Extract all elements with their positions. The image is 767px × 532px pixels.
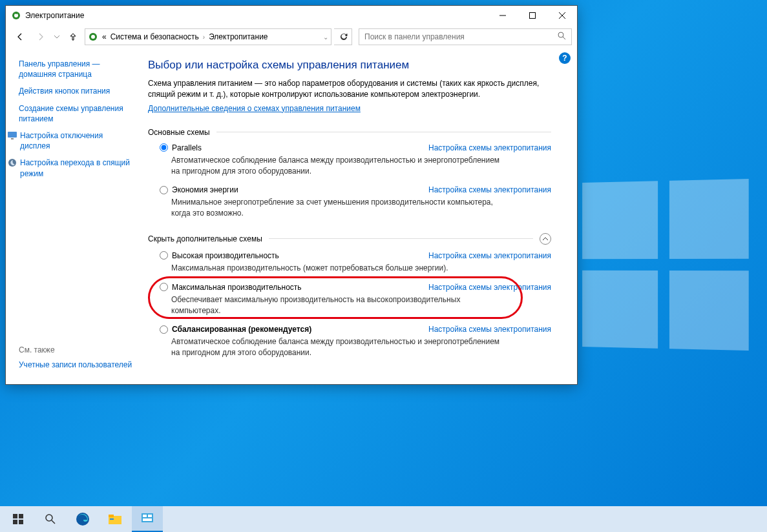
- help-button[interactable]: ?: [559, 52, 571, 64]
- radio-input[interactable]: [160, 186, 168, 194]
- svg-rect-3: [530, 13, 536, 19]
- breadcrumb-item[interactable]: Система и безопасность: [110, 32, 199, 41]
- sidebar: Панель управления — домашняя страница Де…: [6, 48, 142, 384]
- svg-rect-13: [13, 514, 17, 518]
- svg-rect-16: [19, 520, 23, 524]
- plan-name: Parallels: [172, 143, 202, 152]
- chevron-down-icon[interactable]: ⌄: [323, 34, 328, 41]
- section-heading: Основные схемы: [148, 128, 551, 137]
- search-icon[interactable]: [557, 31, 566, 43]
- svg-rect-24: [143, 515, 147, 517]
- change-plan-link[interactable]: Настройка схемы электропитания: [428, 251, 551, 260]
- section-heading: Скрыть дополнительные схемы: [148, 233, 551, 245]
- sleep-icon: [7, 158, 17, 168]
- taskbar-control-panel[interactable]: [132, 506, 163, 532]
- plan-name: Высокая производительность: [172, 251, 279, 260]
- radio-input[interactable]: [160, 283, 168, 291]
- up-button[interactable]: [64, 28, 82, 46]
- see-also-heading: См. также: [19, 345, 134, 354]
- plan-description: Автоматическое соблюдение баланса между …: [171, 336, 507, 358]
- svg-rect-14: [19, 514, 23, 518]
- svg-point-7: [91, 35, 95, 39]
- radio-input[interactable]: [160, 251, 168, 260]
- plan-radio[interactable]: Экономия энергии: [160, 185, 238, 194]
- svg-rect-22: [110, 518, 114, 520]
- plan-description: Автоматическое соблюдение баланса между …: [171, 155, 507, 177]
- power-plan: Высокая производительностьНастройка схем…: [160, 251, 551, 274]
- sidebar-link[interactable]: Учетные записи пользователей: [19, 360, 134, 370]
- power-icon: [11, 10, 21, 21]
- titlebar: Электропитание: [6, 6, 577, 25]
- power-plan: ParallelsНастройка схемы электропитанияА…: [160, 143, 551, 177]
- page-title: Выбор или настройка схемы управления пит…: [148, 59, 551, 72]
- chevron-right-icon: ›: [203, 34, 205, 41]
- control-panel-window: Электропитание « Система и безопасность …: [5, 5, 578, 385]
- main-content: Выбор или настройка схемы управления пит…: [142, 48, 577, 384]
- nav-row: « Система и безопасность › Электропитани…: [6, 25, 577, 48]
- address-bar[interactable]: « Система и безопасность › Электропитани…: [85, 28, 331, 45]
- radio-input[interactable]: [160, 143, 168, 152]
- svg-rect-11: [11, 138, 14, 139]
- plan-radio[interactable]: Максимальная производительность: [160, 283, 302, 292]
- power-icon: [88, 32, 98, 42]
- plan-name: Экономия энергии: [172, 185, 238, 194]
- window-title: Электропитание: [25, 11, 488, 20]
- plan-radio[interactable]: Сбалансированная (рекомендуется): [160, 325, 311, 334]
- search-box[interactable]: [359, 28, 572, 45]
- svg-rect-10: [8, 132, 17, 138]
- forward-button[interactable]: [32, 28, 50, 46]
- search-input[interactable]: [364, 32, 557, 41]
- change-plan-link[interactable]: Настройка схемы электропитания: [428, 325, 551, 334]
- monitor-icon: [7, 130, 17, 141]
- taskbar-edge[interactable]: [67, 506, 98, 532]
- radio-input[interactable]: [160, 325, 168, 334]
- recent-dropdown[interactable]: [52, 28, 61, 46]
- power-plan: Максимальная производительностьНастройка…: [160, 283, 551, 316]
- plan-description: Обеспечивает максимальную производительн…: [171, 294, 507, 316]
- plan-description: Минимальное энергопотребление за счет ум…: [171, 197, 507, 219]
- svg-rect-21: [109, 515, 114, 517]
- close-button[interactable]: [547, 6, 577, 25]
- breadcrumb-item[interactable]: Электропитание: [209, 32, 268, 41]
- plan-radio[interactable]: Высокая производительность: [160, 251, 279, 260]
- sidebar-link[interactable]: Действия кнопок питания: [19, 86, 134, 96]
- breadcrumb-prefix: «: [102, 32, 107, 41]
- sidebar-link[interactable]: Создание схемы управления питанием: [19, 103, 134, 124]
- taskbar-explorer[interactable]: [100, 506, 131, 532]
- minimize-button[interactable]: [488, 6, 518, 25]
- power-plan: Экономия энергииНастройка схемы электроп…: [160, 185, 551, 219]
- change-plan-link[interactable]: Настройка схемы электропитания: [428, 283, 551, 292]
- svg-rect-25: [148, 515, 152, 517]
- svg-line-9: [563, 37, 565, 39]
- plan-description: Максимальная производительность (может п…: [171, 263, 507, 274]
- taskbar: [0, 506, 767, 532]
- back-button[interactable]: [11, 28, 29, 46]
- sidebar-link[interactable]: Настройка перехода в спящий режим: [20, 158, 134, 178]
- more-info-link[interactable]: Дополнительные сведения о схемах управле…: [148, 104, 361, 113]
- svg-line-18: [52, 520, 55, 524]
- refresh-button[interactable]: [334, 28, 352, 45]
- search-button[interactable]: [35, 506, 66, 532]
- maximize-button[interactable]: [518, 6, 547, 25]
- collapse-button[interactable]: [540, 233, 551, 245]
- sidebar-home-link[interactable]: Панель управления — домашняя страница: [19, 59, 134, 79]
- svg-point-8: [558, 32, 563, 37]
- page-description: Схема управления питанием — это набор па…: [148, 78, 551, 101]
- plan-radio[interactable]: Parallels: [160, 143, 202, 152]
- svg-rect-15: [13, 520, 17, 524]
- desktop-windows-logo: [582, 179, 749, 351]
- change-plan-link[interactable]: Настройка схемы электропитания: [428, 143, 551, 152]
- power-plan: Сбалансированная (рекомендуется)Настройк…: [160, 325, 551, 358]
- plan-name: Максимальная производительность: [172, 283, 302, 292]
- change-plan-link[interactable]: Настройка схемы электропитания: [428, 185, 551, 194]
- svg-rect-26: [143, 518, 152, 521]
- start-button[interactable]: [3, 506, 34, 532]
- svg-point-17: [46, 515, 52, 521]
- sidebar-link[interactable]: Настройка отключения дисплея: [20, 130, 134, 151]
- plan-name: Сбалансированная (рекомендуется): [172, 325, 311, 334]
